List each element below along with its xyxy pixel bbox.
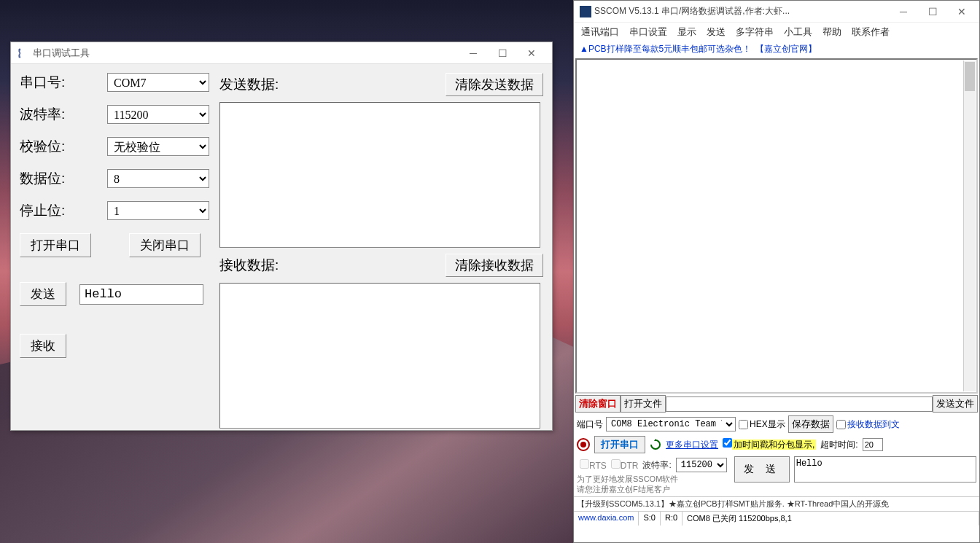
port-label: 串口号: <box>20 73 107 92</box>
rts-checkbox: RTS <box>580 459 607 471</box>
python-tk-icon <box>17 47 28 59</box>
serial-debug-window: 串口调试工具 ─ ☐ ✕ 串口号: COM7 波特率: 115200 校验位: … <box>10 42 553 431</box>
titlebar[interactable]: 串口调试工具 ─ ☐ ✕ <box>11 42 552 64</box>
stopbits-label: 停止位: <box>20 201 107 220</box>
clear-window-button[interactable]: 清除窗口 <box>575 395 621 413</box>
open-port-button[interactable]: 打开串口 <box>594 436 645 453</box>
minimize-button[interactable]: ─ <box>459 43 488 63</box>
recv-section-label: 接收数据: <box>219 256 279 275</box>
recv-button[interactable]: 接收 <box>20 334 66 358</box>
timestamp-checkbox[interactable]: 加时间戳和分包显示, <box>723 438 816 451</box>
menu-serial-settings[interactable]: 串口设置 <box>629 26 667 39</box>
sscom-titlebar[interactable]: SSCOM V5.13.1 串口/网络数据调试器,作者:大虾... ─ ☐ ✕ <box>574 1 979 23</box>
send-textarea[interactable] <box>794 456 976 483</box>
send-button[interactable]: 发送 <box>20 282 66 306</box>
baud-select[interactable]: 115200 <box>107 105 209 124</box>
status-bar: www.daxia.com S:0 R:0 COM8 已关闭 115200bps… <box>574 511 979 526</box>
window-title: 串口调试工具 <box>33 47 459 60</box>
menu-display[interactable]: 显示 <box>677 26 696 39</box>
menu-comm-port[interactable]: 通讯端口 <box>581 26 619 39</box>
file-path-input[interactable] <box>666 396 933 412</box>
status-r: R:0 <box>661 512 682 526</box>
port-label: 端口号 <box>577 418 603 431</box>
sscom-window: SSCOM V5.13.1 串口/网络数据调试器,作者:大虾... ─ ☐ ✕ … <box>573 0 980 543</box>
record-icon[interactable] <box>577 438 590 451</box>
cycle-icon[interactable] <box>650 439 661 450</box>
close-button[interactable]: ✕ <box>517 43 546 63</box>
parity-select[interactable]: 无校验位 <box>107 137 209 156</box>
close-button[interactable]: ✕ <box>947 1 976 22</box>
save-data-button[interactable]: 保存数据 <box>788 415 833 433</box>
sscom-title: SSCOM V5.13.1 串口/网络数据调试器,作者:大虾... <box>594 5 889 17</box>
status-com: COM8 已关闭 115200bps,8,1 <box>682 512 979 526</box>
timeout-label: 超时时间: <box>820 439 858 451</box>
baud-label: 波特率: <box>642 459 671 472</box>
send-input[interactable] <box>79 284 203 305</box>
send-button[interactable]: 发 送 <box>734 456 790 483</box>
promo-link-1[interactable]: ▲PCB打样降至每款5元顺丰包邮可选杂色！ <box>580 43 751 55</box>
footer-promo: 【升级到SSCOM5.13.1】★嘉立创PCB打样SMT贴片服务. ★RT-Th… <box>574 496 979 511</box>
hex-show-checkbox[interactable]: HEX显示 <box>739 418 785 431</box>
send-section-label: 发送数据: <box>219 75 279 94</box>
status-url[interactable]: www.daxia.com <box>574 512 639 526</box>
maximize-button[interactable]: ☐ <box>488 43 517 63</box>
status-s: S:0 <box>639 512 661 526</box>
port-combo[interactable]: COM8 Electronic Team Virtu <box>606 417 736 431</box>
about-text: 为了更好地发展SSCOM软件 请您注册嘉立创F结尾客户 <box>577 474 730 495</box>
send-textarea[interactable] <box>219 102 540 248</box>
baud-combo[interactable]: 115200 <box>676 458 727 472</box>
minimize-button[interactable]: ─ <box>889 1 918 22</box>
menu-multistring[interactable]: 多字符串 <box>736 26 774 39</box>
open-file-button[interactable]: 打开文件 <box>621 395 666 413</box>
dtr-checkbox: DTR <box>611 459 639 471</box>
databits-select[interactable]: 8 <box>107 169 209 188</box>
clear-send-button[interactable]: 清除发送数据 <box>446 73 543 96</box>
more-settings-link[interactable]: 更多串口设置 <box>666 439 718 451</box>
port-select[interactable]: COM7 <box>107 73 209 92</box>
menu-send[interactable]: 发送 <box>707 26 726 39</box>
promo-bar: ▲PCB打样降至每款5元顺丰包邮可选杂色！ 【嘉立创官网】 <box>574 42 979 58</box>
send-file-button[interactable]: 发送文件 <box>933 395 978 413</box>
menu-bar: 通讯端口 串口设置 显示 发送 多字符串 小工具 帮助 联系作者 <box>574 23 979 42</box>
recv-textarea[interactable] <box>219 283 540 429</box>
promo-link-2[interactable]: 【嘉立创官网】 <box>755 43 817 55</box>
scrollbar-thumb[interactable] <box>965 62 975 91</box>
databits-label: 数据位: <box>20 169 107 188</box>
clear-recv-button[interactable]: 清除接收数据 <box>446 254 543 277</box>
open-port-button[interactable]: 打开串口 <box>20 233 91 257</box>
timeout-input[interactable] <box>863 438 883 451</box>
baud-label: 波特率: <box>20 105 107 124</box>
parity-label: 校验位: <box>20 137 107 156</box>
close-port-button[interactable]: 关闭串口 <box>129 233 201 257</box>
menu-contact[interactable]: 联系作者 <box>852 26 890 39</box>
maximize-button[interactable]: ☐ <box>918 1 947 22</box>
receive-display[interactable] <box>575 58 978 394</box>
menu-tools[interactable]: 小工具 <box>784 26 812 39</box>
stopbits-select[interactable]: 1 <box>107 201 209 220</box>
recv-to-file-checkbox[interactable]: 接收数据到文 <box>836 418 900 431</box>
menu-help[interactable]: 帮助 <box>822 26 841 39</box>
sscom-app-icon <box>580 6 591 17</box>
